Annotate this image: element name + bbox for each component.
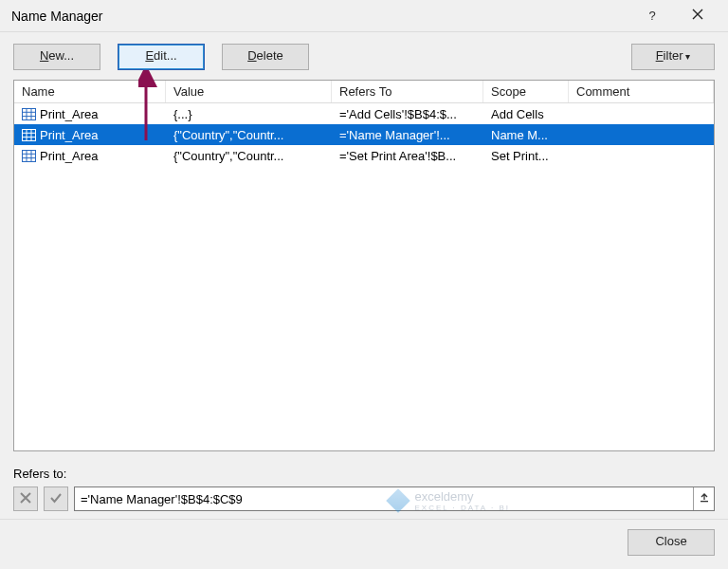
check-icon (50, 492, 62, 506)
col-header-refers[interactable]: Refers To (332, 81, 483, 102)
defined-name-icon (22, 150, 36, 162)
cell-value: {"Country","Countr... (166, 147, 332, 165)
help-button[interactable]: ? (631, 2, 673, 30)
cell-name: Print_Area (40, 149, 98, 163)
cell-name: Print_Area (40, 128, 98, 142)
svg-rect-2 (23, 150, 36, 161)
col-header-comment[interactable]: Comment (569, 81, 714, 102)
refers-to-input[interactable]: ='Name Manager'!$B$4:$C$9 (74, 486, 715, 511)
range-picker-button[interactable] (693, 487, 714, 510)
close-icon (692, 9, 703, 23)
cancel-edit-button[interactable] (13, 486, 38, 511)
cell-scope: Name M... (483, 126, 569, 144)
close-button[interactable]: Close (628, 529, 715, 556)
cell-comment (569, 133, 714, 137)
dialog-title: Name Manager (11, 9, 628, 24)
titlebar: Name Manager ? (0, 0, 728, 32)
cell-refers: ='Add Cells'!$B$4:$... (332, 105, 483, 123)
defined-name-icon (22, 108, 36, 120)
table-row[interactable]: Print_Area{...}='Add Cells'!$B$4:$...Add… (14, 103, 714, 124)
refers-to-section: Refers to: ='Name Manager'!$B$4:$C$9 (0, 461, 728, 519)
cell-scope: Set Print... (483, 147, 569, 165)
edit-button[interactable]: Edit... (118, 44, 205, 70)
table-header: Name Value Refers To Scope Comment (14, 81, 714, 103)
cell-scope: Add Cells (483, 105, 569, 123)
table-row[interactable]: Print_Area{"Country","Countr...='Name Ma… (14, 124, 714, 145)
defined-name-icon (22, 129, 36, 141)
help-icon: ? (648, 9, 655, 23)
svg-rect-1 (23, 129, 36, 140)
refers-to-value: ='Name Manager'!$B$4:$C$9 (81, 492, 243, 506)
dialog-footer: Close (0, 519, 728, 569)
col-header-value[interactable]: Value (166, 81, 332, 102)
close-window-button[interactable] (677, 2, 719, 30)
col-header-scope[interactable]: Scope (483, 81, 569, 102)
x-icon (20, 492, 31, 506)
svg-rect-0 (23, 108, 36, 119)
name-manager-dialog: Name Manager ? New... Edit... Delete Fil… (0, 0, 728, 569)
cell-refers: ='Set Print Area'!$B... (332, 147, 483, 165)
cell-comment (569, 112, 714, 116)
col-header-name[interactable]: Name (14, 81, 166, 102)
refers-to-label: Refers to: (13, 467, 715, 481)
cell-value: {"Country","Countr... (166, 126, 332, 144)
confirm-edit-button[interactable] (44, 486, 68, 511)
new-button[interactable]: New... (13, 44, 100, 70)
table-row[interactable]: Print_Area{"Country","Countr...='Set Pri… (14, 145, 714, 166)
filter-button[interactable]: Filter (631, 44, 715, 70)
cell-value: {...} (166, 105, 332, 123)
svg-rect-3 (701, 501, 708, 502)
collapse-dialog-icon (699, 492, 710, 506)
table-body: Print_Area{...}='Add Cells'!$B$4:$...Add… (14, 103, 714, 450)
cell-refers: ='Name Manager'!... (332, 126, 483, 144)
toolbar: New... Edit... Delete Filter (0, 32, 728, 80)
cell-name: Print_Area (40, 107, 98, 121)
delete-button[interactable]: Delete (222, 44, 309, 70)
cell-comment (569, 154, 714, 157)
names-table: Name Value Refers To Scope Comment Print… (13, 80, 715, 451)
